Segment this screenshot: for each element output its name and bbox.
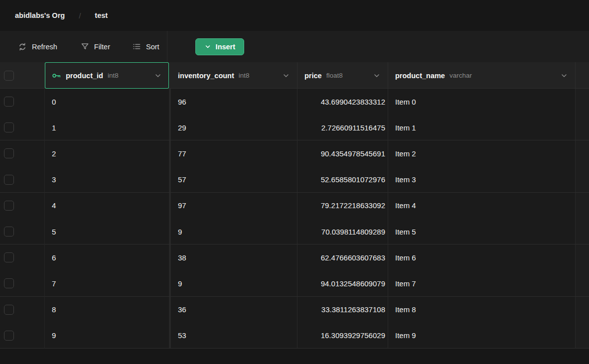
cell-product-name[interactable]: Item 7 — [388, 270, 576, 296]
column-name: product_id — [66, 72, 103, 80]
row-select-cell — [0, 89, 45, 115]
chevron-down-icon[interactable] — [373, 72, 381, 80]
table-row: 6 38 62.4766603607683 Item 6 — [0, 244, 589, 270]
cell-product-name[interactable]: Item 0 — [388, 89, 576, 115]
column-type: float8 — [326, 72, 343, 79]
table-row: 0 96 43.6990423833312 Item 0 — [0, 89, 589, 115]
table-row: 4 97 79.2172218633092 Item 4 — [0, 193, 589, 219]
cell-price[interactable]: 52.6585801072976 — [297, 167, 388, 193]
cell-product-name[interactable]: Item 9 — [388, 323, 576, 349]
cell-price[interactable]: 16.3093929756029 — [297, 323, 388, 349]
row-filler — [576, 219, 589, 244]
row-select-cell — [0, 323, 45, 349]
column-name: product_name — [395, 72, 445, 80]
cell-product-name[interactable]: Item 5 — [388, 219, 576, 244]
column-header-product-name[interactable]: product_name varchar — [388, 62, 576, 89]
chevron-down-icon[interactable] — [560, 72, 568, 80]
cell-product-name[interactable]: Item 4 — [388, 193, 576, 219]
table-row: 3 57 52.6585801072976 Item 3 — [0, 167, 589, 193]
chevron-down-icon[interactable] — [282, 72, 290, 80]
cell-inventory-count[interactable]: 9 — [171, 219, 297, 244]
cell-price[interactable]: 2.72660911516475 — [297, 115, 388, 140]
row-checkbox[interactable] — [4, 97, 14, 107]
refresh-button[interactable]: Refresh — [18, 42, 57, 51]
sort-icon — [133, 42, 141, 51]
header-filler — [576, 62, 589, 89]
cell-price[interactable]: 33.3811263837108 — [297, 297, 388, 323]
row-filler — [576, 193, 589, 219]
select-all-checkbox[interactable] — [4, 71, 14, 81]
row-checkbox[interactable] — [4, 331, 14, 341]
cell-product-id[interactable]: 8 — [45, 297, 169, 323]
column-type: varchar — [449, 72, 472, 79]
cell-inventory-count[interactable]: 97 — [171, 193, 297, 219]
table-row: 8 36 33.3811263837108 Item 8 — [0, 297, 589, 323]
cell-inventory-count[interactable]: 53 — [171, 323, 297, 349]
footer-bar — [0, 349, 589, 364]
cell-product-name[interactable]: Item 6 — [388, 244, 576, 270]
cell-price[interactable]: 43.6990423833312 — [297, 89, 388, 115]
cell-inventory-count[interactable]: 9 — [171, 270, 297, 296]
refresh-icon — [18, 42, 27, 51]
breadcrumb-org[interactable]: abidlabs's Org — [15, 11, 65, 19]
insert-button[interactable]: Insert — [195, 38, 245, 55]
cell-product-id[interactable]: 7 — [45, 270, 169, 296]
chevron-down-icon — [204, 43, 211, 50]
cell-product-id[interactable]: 9 — [45, 323, 169, 349]
toolbar: Refresh Filter Sort Insert — [0, 31, 589, 62]
row-checkbox[interactable] — [4, 227, 14, 237]
column-header-inventory-count[interactable]: inventory_count int8 — [171, 62, 297, 89]
row-checkbox[interactable] — [4, 175, 14, 185]
row-filler — [576, 244, 589, 270]
cell-product-id[interactable]: 5 — [45, 219, 169, 244]
cell-product-name[interactable]: Item 1 — [388, 115, 576, 140]
row-checkbox[interactable] — [4, 122, 14, 132]
cell-inventory-count[interactable]: 57 — [171, 167, 297, 193]
sort-button[interactable]: Sort — [133, 42, 159, 51]
breadcrumb-table[interactable]: test — [95, 11, 108, 19]
cell-product-name[interactable]: Item 2 — [388, 140, 576, 166]
breadcrumb: abidlabs's Org / test — [0, 0, 589, 31]
cell-inventory-count[interactable]: 36 — [171, 297, 297, 323]
key-icon — [52, 71, 61, 80]
filter-icon — [81, 42, 89, 51]
cell-inventory-count[interactable]: 77 — [171, 140, 297, 166]
cell-price[interactable]: 94.0132548609079 — [297, 270, 388, 296]
cell-product-id[interactable]: 2 — [45, 140, 169, 166]
cell-product-name[interactable]: Item 8 — [388, 297, 576, 323]
cell-product-id[interactable]: 0 — [45, 89, 169, 115]
table-row: 1 29 2.72660911516475 Item 1 — [0, 115, 589, 140]
row-filler — [576, 270, 589, 296]
row-select-cell — [0, 219, 45, 244]
column-name: price — [304, 72, 322, 80]
column-name: inventory_count — [178, 72, 234, 80]
chevron-down-icon[interactable] — [154, 72, 162, 80]
cell-product-id[interactable]: 3 — [45, 167, 169, 193]
cell-inventory-count[interactable]: 96 — [171, 89, 297, 115]
row-filler — [576, 89, 589, 115]
cell-price[interactable]: 62.4766603607683 — [297, 244, 388, 270]
cell-inventory-count[interactable]: 29 — [171, 115, 297, 140]
row-select-cell — [0, 193, 45, 219]
column-header-price[interactable]: price float8 — [297, 62, 388, 89]
row-select-cell — [0, 115, 45, 140]
cell-price[interactable]: 70.0398114809289 — [297, 219, 388, 244]
row-select-cell — [0, 270, 45, 296]
row-checkbox[interactable] — [4, 148, 14, 158]
cell-product-id[interactable]: 1 — [45, 115, 169, 140]
row-filler — [576, 115, 589, 140]
cell-product-name[interactable]: Item 3 — [388, 167, 576, 193]
cell-price[interactable]: 79.2172218633092 — [297, 193, 388, 219]
cell-price[interactable]: 90.4354978545691 — [297, 140, 388, 166]
row-checkbox[interactable] — [4, 278, 14, 288]
row-filler — [576, 140, 589, 166]
cell-product-id[interactable]: 4 — [45, 193, 169, 219]
row-checkbox[interactable] — [4, 201, 14, 211]
row-checkbox[interactable] — [4, 252, 14, 262]
cell-inventory-count[interactable]: 38 — [171, 244, 297, 270]
cell-product-id[interactable]: 6 — [45, 244, 169, 270]
filter-button[interactable]: Filter — [81, 42, 110, 51]
table-row: 5 9 70.0398114809289 Item 5 — [0, 219, 589, 244]
column-header-product-id[interactable]: product_id int8 — [45, 62, 169, 89]
row-checkbox[interactable] — [4, 305, 14, 315]
